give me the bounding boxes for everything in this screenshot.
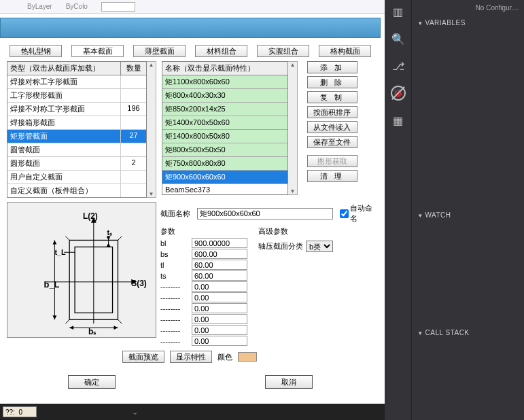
params-label: 参数 (160, 226, 247, 237)
color-label: 颜色 (217, 352, 232, 362)
panel-icon[interactable]: ▥ (391, 4, 406, 19)
svg-line-8 (65, 319, 69, 323)
callstack-header[interactable]: CALL STACK (412, 325, 524, 340)
command-bar: ⌄ (0, 404, 385, 420)
type-row[interactable]: 矩形管截面27 (7, 130, 146, 143)
tab-0[interactable]: 热轧型钢 (10, 45, 62, 57)
param-input[interactable] (192, 281, 247, 292)
param-input[interactable] (192, 238, 247, 248)
command-input[interactable] (3, 406, 37, 417)
param-input[interactable] (192, 336, 247, 346)
svg-marker-13 (107, 243, 111, 247)
param-key: -------- (160, 283, 192, 291)
section-row[interactable]: 矩850x200x14x25 (162, 103, 287, 116)
svg-line-7 (118, 237, 122, 241)
param-input[interactable] (192, 314, 247, 324)
tab-4[interactable]: 实腹组合 (257, 45, 309, 57)
type-row[interactable]: 圆形截面2 (7, 157, 146, 171)
axis-class-select[interactable]: b类 (306, 241, 333, 252)
param-input[interactable] (192, 303, 247, 313)
svg-text:tₛ: tₛ (107, 228, 113, 237)
side-button[interactable]: 保存至文件 (307, 136, 357, 148)
param-key: -------- (160, 304, 192, 313)
param-input[interactable] (192, 249, 247, 259)
svg-marker-12 (107, 237, 111, 241)
section-row[interactable]: 矩800x400x30x30 (162, 89, 287, 103)
param-key: bs (160, 250, 192, 258)
section-row[interactable]: 矩800x500x50x50 (162, 143, 287, 157)
section-row[interactable]: 矩750x800x80x80 (162, 157, 287, 171)
section-preview: L(2) S(3) tₛ t_L (7, 202, 156, 338)
param-key: -------- (160, 326, 192, 334)
side-button[interactable]: 图形获取 (307, 155, 357, 167)
section-dialog: 热轧型钢基本截面薄壁截面材料组合实腹组合格构截面 类型（双击从截面库加载） 数量… (0, 38, 381, 393)
watch-header[interactable]: WATCH (412, 207, 524, 223)
svg-marker-18 (52, 240, 56, 244)
param-key: ts (160, 272, 192, 280)
tab-2[interactable]: 薄壁截面 (133, 45, 186, 57)
type-row[interactable]: 焊接箱形截面 (7, 116, 146, 130)
debug-icon[interactable]: 🐞 (391, 86, 406, 101)
activity-bar: ▥ 🔍 ⎇ 🐞 ▦ (385, 0, 412, 420)
param-input[interactable] (192, 270, 247, 281)
side-button[interactable]: 添 加 (307, 61, 357, 73)
ribbon-bar (0, 18, 381, 38)
svg-line-6 (65, 237, 69, 241)
param-input[interactable] (192, 325, 247, 335)
extensions-icon[interactable]: ▦ (391, 113, 406, 128)
side-button-column: 添 加删 除复 制按面积排序从文件读入保存至文件图形获取清 理 (303, 61, 361, 198)
param-key: tl (160, 261, 192, 269)
svg-line-9 (118, 319, 122, 323)
type-row[interactable]: 自定义截面（板件组合） (7, 184, 146, 197)
section-preview-button[interactable]: 截面预览 (122, 351, 164, 363)
auto-name-checkbox[interactable]: 自动命名 (340, 203, 374, 224)
type-row[interactable]: 焊接不对称工字形截面196 (7, 103, 146, 116)
side-button[interactable]: 删 除 (307, 76, 357, 88)
param-input[interactable] (192, 292, 247, 302)
axis-L-label: L(2) (83, 211, 98, 221)
section-name-input[interactable] (197, 208, 333, 220)
param-key: -------- (160, 315, 192, 323)
section-scrollbar[interactable] (288, 61, 298, 195)
svg-text:bₛ: bₛ (88, 327, 97, 336)
svg-marker-23 (114, 326, 118, 330)
side-button[interactable]: 清 理 (307, 170, 357, 182)
section-row[interactable]: 矩1400x800x50x80 (162, 130, 287, 143)
tab-1[interactable]: 基本截面 (71, 45, 124, 57)
svg-text:b_L: b_L (44, 279, 60, 290)
branch-icon[interactable]: ⎇ (391, 58, 406, 73)
ok-button[interactable]: 确定 (68, 375, 116, 389)
variables-header[interactable]: VARIABLES (412, 15, 524, 31)
debug-panel: ▥ 🔍 ⎇ 🐞 ▦ No Configur… VARIABLES WATCH C… (385, 0, 524, 420)
adv-params-label: 高级参数 (258, 226, 333, 237)
type-row[interactable]: 用户自定义截面 (7, 171, 146, 184)
svg-marker-19 (52, 315, 56, 319)
section-list[interactable]: 矩1100x800x60x60矩800x400x30x30矩850x200x14… (162, 75, 288, 195)
param-input[interactable] (192, 260, 247, 270)
config-label: No Configur… (412, 4, 524, 15)
param-key: -------- (160, 294, 192, 302)
side-button[interactable]: 按面积排序 (307, 106, 357, 118)
color-swatch[interactable] (238, 352, 257, 362)
side-button[interactable]: 从文件读入 (307, 121, 357, 133)
type-row[interactable]: 焊接对称工字形截面 (7, 75, 146, 89)
chevron-icon[interactable]: ⌄ (132, 408, 138, 417)
cancel-button[interactable]: 取消 (265, 375, 313, 389)
section-row[interactable]: 矩1100x800x60x60 (162, 75, 287, 89)
type-list-header: 类型（双击从截面库加载） 数量 (7, 61, 147, 75)
type-row[interactable]: 工字形楔形截面 (7, 89, 146, 103)
tab-3[interactable]: 材料组合 (195, 45, 247, 57)
type-scrollbar[interactable] (147, 61, 156, 198)
side-button[interactable]: 复 制 (307, 91, 357, 103)
section-name-label: 截面名称 (160, 209, 194, 219)
section-row[interactable]: 矩900x600x60x60 (162, 171, 287, 184)
type-row[interactable]: 圆管截面 (7, 143, 146, 157)
search-icon[interactable]: 🔍 (391, 31, 406, 46)
param-key: -------- (160, 337, 192, 345)
section-row[interactable]: 矩1400x700x50x60 (162, 116, 287, 130)
tab-row: 热轧型钢基本截面薄壁截面材料组合实腹组合格构截面 (7, 42, 374, 61)
tab-5[interactable]: 格构截面 (319, 45, 371, 57)
section-row[interactable]: BeamSec373 (162, 184, 287, 195)
show-properties-button[interactable]: 显示特性 (170, 351, 212, 363)
type-list[interactable]: 焊接对称工字形截面工字形楔形截面焊接不对称工字形截面196焊接箱形截面矩形管截面… (7, 75, 147, 198)
